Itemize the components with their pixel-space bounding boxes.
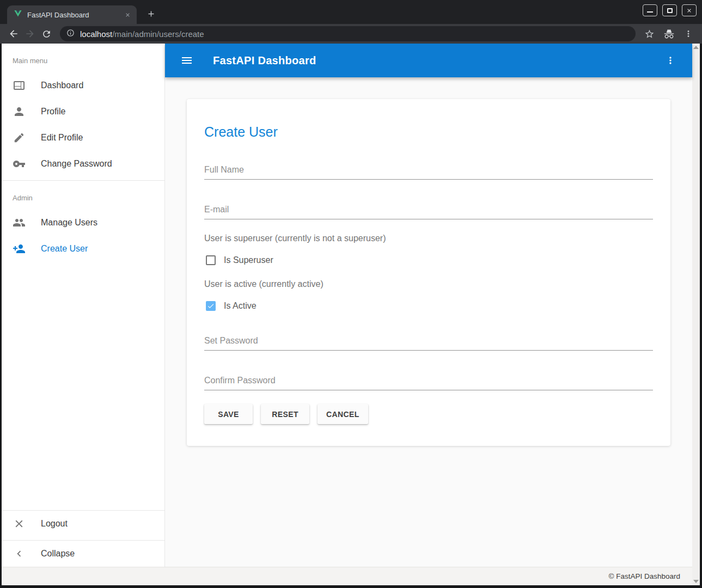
sidebar-section-admin: Admin (2, 181, 164, 210)
person-add-icon (13, 242, 26, 255)
sidebar-item-profile[interactable]: Profile (2, 99, 164, 125)
full-name-field-wrap (204, 162, 653, 180)
cancel-button[interactable]: CANCEL (318, 404, 368, 424)
dashboard-icon (13, 79, 26, 92)
email-input[interactable] (204, 201, 653, 219)
sidebar-item-label: Change Password (41, 159, 112, 169)
set-password-input[interactable] (204, 333, 653, 350)
sidebar-item-edit-profile[interactable]: Edit Profile (2, 125, 164, 151)
key-icon (13, 157, 26, 170)
sidebar-item-collapse[interactable]: Collapse (2, 541, 164, 567)
sidebar-item-label: Logout (41, 519, 68, 529)
incognito-icon (661, 26, 677, 42)
sidebar-item-dashboard[interactable]: Dashboard (2, 72, 164, 99)
appbar-title: FastAPI Dashboard (213, 54, 316, 67)
page-footer: © FastAPI Dashboard (2, 567, 700, 585)
form-actions: SAVE RESET CANCEL (204, 404, 653, 424)
is-active-checkbox-row[interactable]: Is Active (204, 301, 653, 311)
browser-menu-icon[interactable] (680, 26, 697, 42)
browser-window: FastAPI Dashboard (0, 0, 702, 588)
sidebar-item-label: Edit Profile (41, 133, 83, 143)
person-icon (13, 105, 26, 118)
sidebar-section-main-menu: Main menu (2, 44, 164, 72)
confirm-password-input[interactable] (204, 372, 653, 390)
appbar-kebab-menu-icon[interactable] (661, 51, 680, 70)
bookmark-star-icon[interactable] (641, 26, 657, 42)
checkbox-label: Is Active (224, 301, 257, 311)
forward-icon[interactable] (22, 26, 38, 42)
scroll-down-icon[interactable] (693, 580, 699, 583)
reload-icon[interactable] (38, 26, 54, 42)
vue-logo-icon (14, 9, 22, 20)
set-password-field-wrap (204, 333, 653, 351)
info-icon[interactable] (66, 29, 75, 39)
sidebar: Main menu Dashboard Profile (2, 44, 165, 567)
close-button[interactable] (682, 4, 697, 16)
tab-title: FastAPI Dashboard (27, 11, 123, 19)
tab-close-icon[interactable] (123, 10, 132, 20)
save-button[interactable]: SAVE (204, 404, 253, 424)
pencil-icon (13, 131, 26, 144)
browser-titlebar: FastAPI Dashboard (0, 0, 702, 24)
sidebar-item-logout[interactable]: Logout (2, 511, 164, 537)
reset-button[interactable]: RESET (261, 404, 309, 424)
scroll-up-icon[interactable] (693, 46, 699, 49)
active-hint: User is active (currently active) (204, 279, 653, 289)
close-icon (13, 517, 26, 530)
url-text: localhost/main/admin/users/create (80, 29, 204, 39)
hamburger-menu-icon[interactable] (177, 51, 197, 70)
back-icon[interactable] (5, 26, 22, 42)
app-bar: FastAPI Dashboard (165, 44, 692, 77)
checkbox-unchecked-icon[interactable] (206, 255, 216, 265)
content-area: Create User User is superuser (currently… (165, 77, 692, 567)
confirm-password-field-wrap (204, 372, 653, 390)
sidebar-item-create-user[interactable]: Create User (2, 236, 164, 262)
maximize-button[interactable] (662, 4, 677, 16)
page-scrollbar[interactable] (692, 44, 700, 585)
full-name-input[interactable] (204, 162, 653, 179)
people-icon (13, 216, 26, 229)
address-bar[interactable]: localhost/main/admin/users/create (60, 26, 636, 41)
email-field-wrap (204, 201, 653, 219)
checkbox-checked-icon[interactable] (206, 301, 216, 311)
sidebar-item-label: Collapse (41, 549, 75, 559)
create-user-card: Create User User is superuser (currently… (187, 99, 670, 446)
superuser-hint: User is superuser (currently is not a su… (204, 234, 653, 243)
sidebar-item-label: Profile (41, 107, 65, 117)
window-controls (643, 4, 697, 16)
page-body: Main menu Dashboard Profile (0, 44, 702, 588)
copyright-text: © FastAPI Dashboard (608, 572, 680, 580)
browser-tab[interactable]: FastAPI Dashboard (7, 5, 137, 24)
checkbox-label: Is Superuser (224, 255, 273, 265)
sidebar-item-manage-users[interactable]: Manage Users (2, 210, 164, 236)
sidebar-item-label: Manage Users (41, 218, 97, 228)
is-superuser-checkbox-row[interactable]: Is Superuser (204, 255, 653, 265)
minimize-button[interactable] (643, 4, 657, 16)
new-tab-button[interactable] (143, 6, 158, 21)
sidebar-item-change-password[interactable]: Change Password (2, 151, 164, 177)
sidebar-item-label: Create User (41, 244, 88, 254)
sidebar-item-label: Dashboard (41, 81, 83, 90)
page-title: Create User (204, 124, 653, 140)
chevron-left-icon (13, 547, 26, 560)
browser-toolbar: localhost/main/admin/users/create (0, 24, 702, 44)
